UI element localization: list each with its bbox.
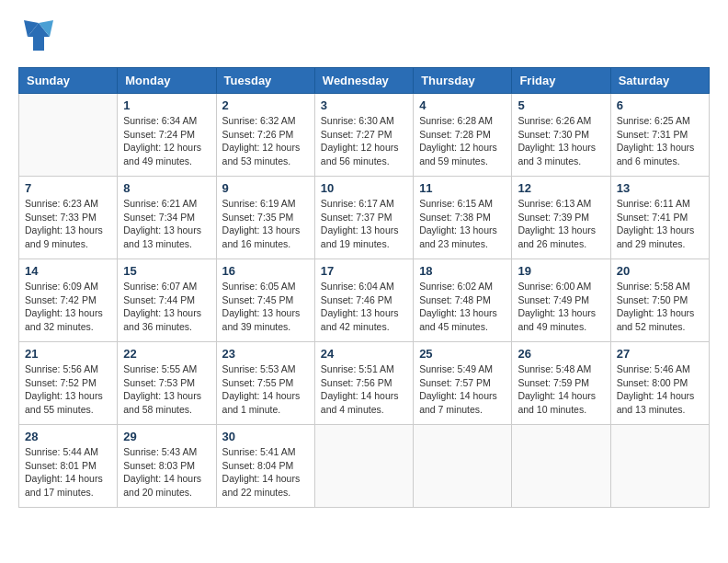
day-info: Sunrise: 5:55 AM Sunset: 7:53 PM Dayligh…: [123, 362, 210, 417]
day-number: 29: [123, 430, 210, 443]
day-number: 6: [617, 98, 703, 112]
calendar-cell: 9Sunrise: 6:19 AM Sunset: 7:35 PM Daylig…: [216, 177, 314, 259]
day-info: Sunrise: 6:25 AM Sunset: 7:31 PM Dayligh…: [617, 114, 703, 168]
calendar-cell: [314, 425, 413, 508]
calendar-cell: [610, 425, 709, 508]
day-number: 7: [25, 181, 111, 195]
day-number: 3: [321, 98, 407, 112]
day-info: Sunrise: 5:43 AM Sunset: 8:03 PM Dayligh…: [123, 445, 210, 500]
day-number: 23: [222, 347, 309, 361]
calendar-cell: 29Sunrise: 5:43 AM Sunset: 8:03 PM Dayli…: [118, 425, 216, 508]
day-info: Sunrise: 6:30 AM Sunset: 7:27 PM Dayligh…: [321, 114, 407, 168]
calendar-cell: [19, 94, 118, 177]
calendar-cell: 18Sunrise: 6:02 AM Sunset: 7:48 PM Dayli…: [414, 259, 512, 342]
logo: [18, 18, 61, 58]
day-number: 12: [518, 181, 604, 195]
calendar-week-row: 14Sunrise: 6:09 AM Sunset: 7:42 PM Dayli…: [19, 259, 710, 342]
day-number: 25: [419, 347, 506, 361]
day-number: 22: [123, 347, 210, 361]
day-info: Sunrise: 6:02 AM Sunset: 7:48 PM Dayligh…: [419, 280, 506, 334]
calendar-cell: 22Sunrise: 5:55 AM Sunset: 7:53 PM Dayli…: [118, 342, 216, 425]
calendar-cell: 3Sunrise: 6:30 AM Sunset: 7:27 PM Daylig…: [314, 94, 413, 177]
calendar-header-row: SundayMondayTuesdayWednesdayThursdayFrid…: [19, 68, 710, 94]
weekday-header: Friday: [512, 68, 610, 94]
day-info: Sunrise: 6:00 AM Sunset: 7:49 PM Dayligh…: [518, 280, 604, 334]
day-info: Sunrise: 5:49 AM Sunset: 7:57 PM Dayligh…: [419, 362, 506, 417]
day-number: 8: [123, 181, 210, 195]
weekday-header: Tuesday: [216, 68, 314, 94]
day-info: Sunrise: 5:46 AM Sunset: 8:00 PM Dayligh…: [617, 362, 703, 417]
calendar-cell: 5Sunrise: 6:26 AM Sunset: 7:30 PM Daylig…: [512, 94, 610, 177]
day-number: 21: [25, 347, 111, 361]
calendar-cell: 24Sunrise: 5:51 AM Sunset: 7:56 PM Dayli…: [314, 342, 413, 425]
calendar-cell: 15Sunrise: 6:07 AM Sunset: 7:44 PM Dayli…: [118, 259, 216, 342]
calendar-week-row: 1Sunrise: 6:34 AM Sunset: 7:24 PM Daylig…: [19, 94, 710, 177]
calendar-cell: 16Sunrise: 6:05 AM Sunset: 7:45 PM Dayli…: [216, 259, 314, 342]
day-number: 13: [617, 181, 703, 195]
day-info: Sunrise: 5:56 AM Sunset: 7:52 PM Dayligh…: [25, 362, 111, 417]
day-info: Sunrise: 5:48 AM Sunset: 7:59 PM Dayligh…: [518, 362, 604, 417]
day-info: Sunrise: 6:11 AM Sunset: 7:41 PM Dayligh…: [617, 197, 703, 251]
day-info: Sunrise: 6:19 AM Sunset: 7:35 PM Dayligh…: [222, 197, 309, 251]
day-info: Sunrise: 6:17 AM Sunset: 7:37 PM Dayligh…: [321, 197, 407, 251]
day-info: Sunrise: 6:23 AM Sunset: 7:33 PM Dayligh…: [25, 197, 111, 251]
day-info: Sunrise: 5:44 AM Sunset: 8:01 PM Dayligh…: [25, 445, 111, 500]
day-info: Sunrise: 5:41 AM Sunset: 8:04 PM Dayligh…: [222, 445, 309, 500]
calendar-cell: 17Sunrise: 6:04 AM Sunset: 7:46 PM Dayli…: [314, 259, 413, 342]
logo-icon: [18, 18, 59, 58]
day-info: Sunrise: 6:07 AM Sunset: 7:44 PM Dayligh…: [123, 280, 210, 334]
calendar-week-row: 21Sunrise: 5:56 AM Sunset: 7:52 PM Dayli…: [19, 342, 710, 425]
calendar-cell: 21Sunrise: 5:56 AM Sunset: 7:52 PM Dayli…: [19, 342, 118, 425]
day-number: 30: [222, 430, 309, 443]
day-number: 9: [222, 181, 309, 195]
calendar-cell: 1Sunrise: 6:34 AM Sunset: 7:24 PM Daylig…: [118, 94, 216, 177]
page-header: [18, 18, 710, 58]
calendar-cell: 26Sunrise: 5:48 AM Sunset: 7:59 PM Dayli…: [512, 342, 610, 425]
day-info: Sunrise: 5:58 AM Sunset: 7:50 PM Dayligh…: [617, 280, 703, 334]
day-number: 15: [123, 264, 210, 278]
calendar-cell: [512, 425, 610, 508]
day-number: 24: [321, 347, 407, 361]
day-number: 5: [518, 98, 604, 112]
calendar-cell: 30Sunrise: 5:41 AM Sunset: 8:04 PM Dayli…: [216, 425, 314, 508]
weekday-header: Monday: [118, 68, 216, 94]
calendar-cell: 14Sunrise: 6:09 AM Sunset: 7:42 PM Dayli…: [19, 259, 118, 342]
day-number: 16: [222, 264, 309, 278]
calendar-cell: 19Sunrise: 6:00 AM Sunset: 7:49 PM Dayli…: [512, 259, 610, 342]
day-number: 10: [321, 181, 407, 195]
calendar-cell: 2Sunrise: 6:32 AM Sunset: 7:26 PM Daylig…: [216, 94, 314, 177]
calendar-cell: 23Sunrise: 5:53 AM Sunset: 7:55 PM Dayli…: [216, 342, 314, 425]
calendar-table: SundayMondayTuesdayWednesdayThursdayFrid…: [18, 67, 710, 508]
calendar-week-row: 28Sunrise: 5:44 AM Sunset: 8:01 PM Dayli…: [19, 425, 710, 508]
day-number: 19: [518, 264, 604, 278]
calendar-cell: [414, 425, 512, 508]
day-info: Sunrise: 6:15 AM Sunset: 7:38 PM Dayligh…: [419, 197, 506, 251]
day-number: 1: [123, 98, 210, 112]
calendar-cell: 20Sunrise: 5:58 AM Sunset: 7:50 PM Dayli…: [610, 259, 709, 342]
weekday-header: Saturday: [610, 68, 709, 94]
calendar-cell: 6Sunrise: 6:25 AM Sunset: 7:31 PM Daylig…: [610, 94, 709, 177]
day-info: Sunrise: 6:05 AM Sunset: 7:45 PM Dayligh…: [222, 280, 309, 334]
day-number: 2: [222, 98, 309, 112]
calendar-cell: 7Sunrise: 6:23 AM Sunset: 7:33 PM Daylig…: [19, 177, 118, 259]
day-info: Sunrise: 5:51 AM Sunset: 7:56 PM Dayligh…: [321, 362, 407, 417]
day-info: Sunrise: 6:26 AM Sunset: 7:30 PM Dayligh…: [518, 114, 604, 168]
calendar-cell: 10Sunrise: 6:17 AM Sunset: 7:37 PM Dayli…: [314, 177, 413, 259]
day-number: 4: [419, 98, 506, 112]
calendar-cell: 25Sunrise: 5:49 AM Sunset: 7:57 PM Dayli…: [414, 342, 512, 425]
calendar-cell: 13Sunrise: 6:11 AM Sunset: 7:41 PM Dayli…: [610, 177, 709, 259]
calendar-cell: 4Sunrise: 6:28 AM Sunset: 7:28 PM Daylig…: [414, 94, 512, 177]
day-info: Sunrise: 6:34 AM Sunset: 7:24 PM Dayligh…: [123, 114, 210, 168]
day-info: Sunrise: 6:32 AM Sunset: 7:26 PM Dayligh…: [222, 114, 309, 168]
day-number: 11: [419, 181, 506, 195]
day-info: Sunrise: 5:53 AM Sunset: 7:55 PM Dayligh…: [222, 362, 309, 417]
weekday-header: Sunday: [19, 68, 118, 94]
day-info: Sunrise: 6:04 AM Sunset: 7:46 PM Dayligh…: [321, 280, 407, 334]
day-info: Sunrise: 6:13 AM Sunset: 7:39 PM Dayligh…: [518, 197, 604, 251]
calendar-cell: 11Sunrise: 6:15 AM Sunset: 7:38 PM Dayli…: [414, 177, 512, 259]
day-number: 28: [25, 430, 111, 443]
weekday-header: Wednesday: [314, 68, 413, 94]
calendar-cell: 28Sunrise: 5:44 AM Sunset: 8:01 PM Dayli…: [19, 425, 118, 508]
day-number: 26: [518, 347, 604, 361]
calendar-cell: 27Sunrise: 5:46 AM Sunset: 8:00 PM Dayli…: [610, 342, 709, 425]
